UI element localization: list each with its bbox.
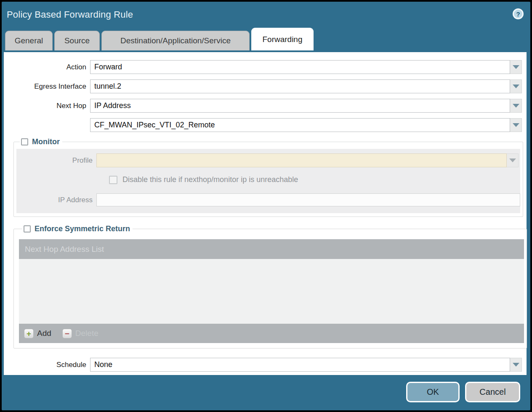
dialog-footer: OK Cancel <box>2 373 530 410</box>
egress-interface-label: Egress Interface <box>4 82 90 91</box>
profile-dropdown <box>96 153 519 167</box>
monitor-section: Monitor Profile Disable this rule if nex… <box>13 137 523 217</box>
profile-value <box>96 153 507 167</box>
cancel-button[interactable]: Cancel <box>465 382 520 402</box>
monitor-legend-label: Monitor <box>32 137 60 146</box>
delete-button: − Delete <box>62 329 98 338</box>
next-hop-address-row: CF_MWAN_IPsec_VTI_02_Remote <box>4 118 527 132</box>
plus-icon: + <box>24 329 34 338</box>
title-bar: Policy Based Forwarding Rule ? <box>2 2 530 28</box>
enforce-symmetric-return-label: Enforce Symmetric Return <box>35 224 130 233</box>
schedule-value[interactable]: None <box>90 358 510 372</box>
add-button-label: Add <box>37 329 51 338</box>
tab-source[interactable]: Source <box>54 31 100 50</box>
chevron-down-icon <box>513 363 519 367</box>
table-body-empty <box>19 259 524 324</box>
schedule-label: Schedule <box>4 361 90 369</box>
profile-dropdown-button <box>507 153 519 167</box>
enforce-symmetric-return-legend: Enforce Symmetric Return <box>22 224 133 233</box>
pbf-rule-dialog: Policy Based Forwarding Rule ? General S… <box>0 0 532 412</box>
next-hop-address-table: Next Hop Address List + Add − Delete <box>19 239 524 343</box>
action-row: Action Forward <box>4 60 527 74</box>
tab-bar: General Source Destination/Application/S… <box>2 28 530 50</box>
delete-button-label: Delete <box>75 329 98 338</box>
tab-general[interactable]: General <box>5 31 53 50</box>
chevron-down-icon <box>513 65 519 69</box>
next-hop-dropdown-button[interactable] <box>510 99 522 113</box>
action-dropdown[interactable]: Forward <box>90 60 522 74</box>
schedule-dropdown[interactable]: None <box>90 358 522 372</box>
disable-rule-row: Disable this rule if nexthop/monitor ip … <box>109 175 520 184</box>
monitor-ip-label: IP Address <box>16 196 96 204</box>
egress-interface-dropdown[interactable]: tunnel.2 <box>90 79 522 93</box>
help-icon[interactable]: ? <box>513 8 524 19</box>
next-hop-row: Next Hop IP Address <box>4 99 527 113</box>
egress-interface-dropdown-button[interactable] <box>510 79 522 93</box>
chevron-down-icon <box>513 85 519 88</box>
schedule-row: Schedule None <box>4 358 527 372</box>
table-footer: + Add − Delete <box>19 324 524 343</box>
egress-interface-row: Egress Interface tunnel.2 <box>4 79 527 93</box>
tab-content-forwarding: Action Forward Egress Interface tunnel.2… <box>4 52 527 375</box>
next-hop-address-value[interactable]: CF_MWAN_IPsec_VTI_02_Remote <box>90 118 510 132</box>
action-dropdown-button[interactable] <box>510 60 522 74</box>
monitor-ip-input <box>96 193 520 206</box>
chevron-down-icon <box>513 123 519 127</box>
add-button[interactable]: + Add <box>24 329 51 338</box>
next-hop-label: Next Hop <box>4 102 90 110</box>
schedule-dropdown-button[interactable] <box>510 358 522 372</box>
dialog-title: Policy Based Forwarding Rule <box>7 9 133 20</box>
monitor-legend: Monitor <box>20 137 62 146</box>
profile-row: Profile <box>16 153 520 167</box>
next-hop-value[interactable]: IP Address <box>90 99 510 113</box>
profile-label: Profile <box>16 156 96 165</box>
next-hop-address-dropdown-button[interactable] <box>510 118 522 132</box>
disable-rule-label: Disable this rule if nexthop/monitor ip … <box>122 175 298 184</box>
enforce-symmetric-return-section: Enforce Symmetric Return Next Hop Addres… <box>13 224 527 349</box>
enforce-symmetric-return-checkbox[interactable] <box>24 225 31 232</box>
monitor-ip-row: IP Address <box>16 193 520 207</box>
egress-interface-value[interactable]: tunnel.2 <box>90 79 510 93</box>
ok-button[interactable]: OK <box>406 382 460 402</box>
monitor-checkbox[interactable] <box>21 138 28 145</box>
minus-icon: − <box>62 329 72 338</box>
disable-rule-checkbox <box>109 176 117 184</box>
next-hop-address-dropdown[interactable]: CF_MWAN_IPsec_VTI_02_Remote <box>90 118 522 132</box>
table-header-next-hop-address-list: Next Hop Address List <box>19 239 524 259</box>
monitor-panel: Profile Disable this rule if nexthop/mon… <box>16 149 520 213</box>
tab-destination-application-service[interactable]: Destination/Application/Service <box>101 31 250 50</box>
tab-forwarding[interactable]: Forwarding <box>251 28 314 50</box>
next-hop-dropdown[interactable]: IP Address <box>90 99 522 113</box>
action-label: Action <box>4 63 90 71</box>
chevron-down-icon <box>513 104 519 108</box>
chevron-down-icon <box>509 158 516 162</box>
action-value[interactable]: Forward <box>90 60 510 74</box>
